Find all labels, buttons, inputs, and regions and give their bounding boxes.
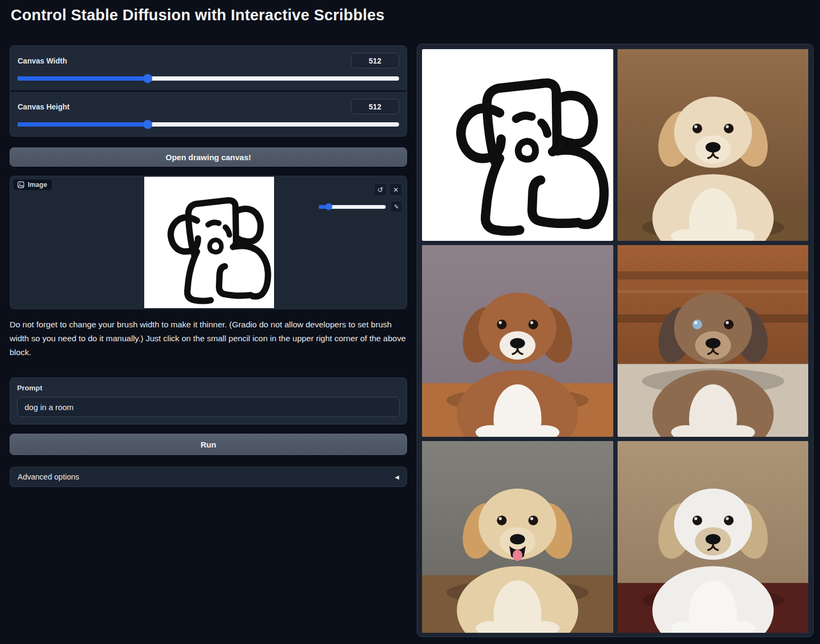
slider-fill: [18, 122, 147, 127]
canvas-height-row: Canvas Height: [10, 90, 407, 136]
slider-thumb[interactable]: [325, 203, 332, 210]
gallery-item-dog-photo[interactable]: [618, 441, 809, 633]
image-badge: Image: [13, 179, 52, 191]
slider-thumb[interactable]: [143, 74, 152, 83]
canvas-height-label: Canvas Height: [18, 103, 69, 111]
prompt-label: Prompt: [17, 384, 400, 392]
image-toolbar: ↺ ✕: [374, 183, 402, 196]
canvas-width-row: Canvas Width: [10, 46, 407, 90]
canvas-height-slider[interactable]: [18, 122, 399, 127]
advanced-options-label: Advanced options: [18, 473, 79, 481]
prompt-input[interactable]: [17, 397, 400, 417]
scribble-drawing: [144, 177, 274, 308]
image-icon: [17, 181, 25, 189]
gallery-item-dog-photo[interactable]: [422, 441, 613, 633]
page-title: Control Stable Diffusion with Interactiv…: [11, 6, 385, 24]
canvas-height-value-input[interactable]: [351, 99, 399, 114]
slider-fill: [18, 76, 147, 81]
slider-thumb[interactable]: [143, 120, 152, 129]
image-badge-label: Image: [28, 181, 47, 189]
canvas-width-value-input[interactable]: [351, 53, 399, 68]
undo-icon[interactable]: ↺: [374, 183, 387, 196]
controls-column: Canvas Width Canvas Height Ope: [10, 45, 407, 487]
brush-note-text: Do not forget to change your brush width…: [10, 318, 406, 359]
image-editor-block: Image ↺ ✕ ✎: [10, 176, 407, 309]
gallery-item-dog-photo[interactable]: [422, 245, 613, 437]
run-button[interactable]: Run: [10, 434, 407, 455]
open-drawing-canvas-button[interactable]: Open drawing canvas!: [10, 147, 407, 167]
prompt-panel: Prompt: [10, 378, 407, 425]
chevron-left-icon: ◀: [395, 474, 399, 480]
gallery-item-scribble[interactable]: [422, 49, 613, 241]
canvas-width-label: Canvas Width: [18, 57, 67, 65]
close-icon[interactable]: ✕: [389, 183, 402, 196]
result-gallery: [417, 44, 814, 637]
gallery-item-dog-photo[interactable]: [618, 245, 809, 437]
app-page: Control Stable Diffusion with Interactiv…: [0, 0, 820, 644]
canvas-width-slider[interactable]: [18, 76, 399, 81]
results-column: [417, 44, 814, 637]
gallery-item-dog-photo[interactable]: [618, 49, 809, 241]
brush-width-row: ✎: [319, 201, 402, 213]
advanced-options-accordion[interactable]: Advanced options ◀: [10, 467, 407, 487]
brush-width-slider[interactable]: [319, 205, 386, 209]
drawing-canvas[interactable]: [144, 177, 274, 308]
pencil-icon[interactable]: ✎: [391, 201, 402, 213]
canvas-size-panel: Canvas Width Canvas Height: [10, 45, 407, 137]
